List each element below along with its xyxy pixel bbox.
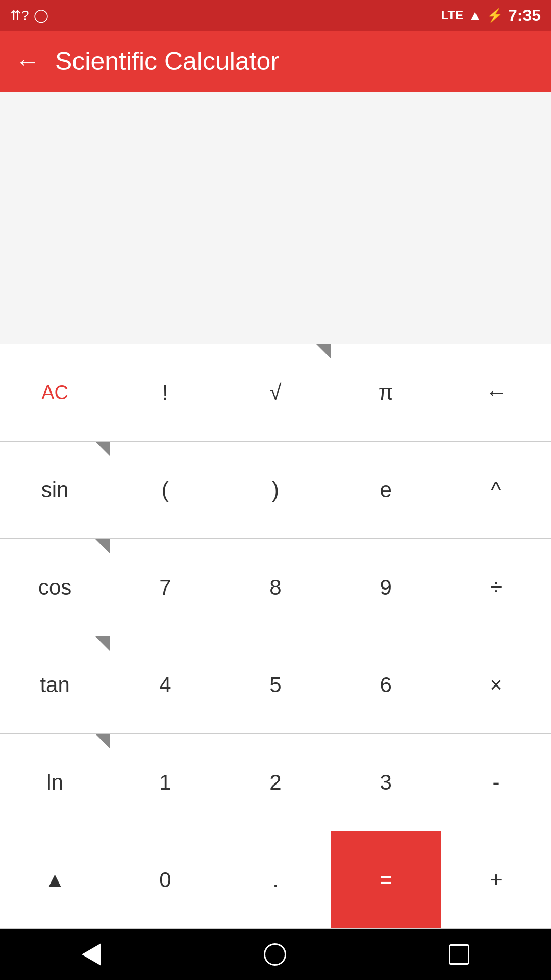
status-time: 7:35	[508, 6, 541, 25]
nav-bar	[0, 929, 551, 980]
key-8[interactable]: 8	[220, 539, 331, 636]
key-ln[interactable]: ln	[0, 734, 110, 831]
display-area	[0, 92, 551, 344]
key-ac[interactable]: AC	[0, 344, 110, 441]
keyboard-row-0: AC!√π←	[0, 344, 551, 442]
key-sqrt[interactable]: √	[220, 344, 331, 441]
key-cos[interactable]: cos	[0, 539, 110, 636]
nav-home-button[interactable]	[264, 943, 286, 966]
keyboard-row-1: sin()e^	[0, 442, 551, 539]
key-0[interactable]: 0	[110, 831, 220, 928]
key-euler[interactable]: e	[331, 442, 441, 538]
key-power[interactable]: ^	[441, 442, 551, 538]
keyboard-row-4: ln123-	[0, 734, 551, 831]
keyboard-row-5: ▲0.=+	[0, 831, 551, 929]
app-bar: ← Scientific Calculator	[0, 31, 551, 92]
key-7[interactable]: 7	[110, 539, 220, 636]
key-multiply[interactable]: ×	[441, 636, 551, 733]
key-1[interactable]: 1	[110, 734, 220, 831]
key-sin[interactable]: sin	[0, 442, 110, 538]
nav-recent-square-icon	[449, 944, 469, 965]
nav-home-circle-icon	[264, 943, 286, 966]
nav-back-button[interactable]	[82, 943, 101, 966]
status-left: ⇈? ◯	[10, 8, 48, 23]
key-factorial[interactable]: !	[110, 344, 220, 441]
key-shift[interactable]: ▲	[0, 831, 110, 928]
keyboard-row-3: tan456×	[0, 636, 551, 734]
key-backspace[interactable]: ←	[441, 344, 551, 441]
battery-icon: ⚡	[487, 8, 503, 23]
key-3[interactable]: 3	[331, 734, 441, 831]
key-2[interactable]: 2	[220, 734, 331, 831]
keyboard-row-2: cos789÷	[0, 539, 551, 636]
key-add[interactable]: +	[441, 831, 551, 928]
key-9[interactable]: 9	[331, 539, 441, 636]
status-bar: ⇈? ◯ LTE ▲ ⚡ 7:35	[0, 0, 551, 31]
display-value	[520, 92, 551, 112]
status-right: LTE ▲ ⚡ 7:35	[441, 6, 541, 25]
key-equals[interactable]: =	[331, 831, 441, 928]
back-button[interactable]: ←	[15, 47, 40, 76]
key-open-paren[interactable]: (	[110, 442, 220, 538]
keyboard: AC!√π←sin()e^cos789÷tan456×ln123-▲0.=+	[0, 344, 551, 929]
key-decimal[interactable]: .	[220, 831, 331, 928]
key-subtract[interactable]: -	[441, 734, 551, 831]
key-tan[interactable]: tan	[0, 636, 110, 733]
key-4[interactable]: 4	[110, 636, 220, 733]
record-icon: ◯	[34, 8, 48, 23]
app-title: Scientific Calculator	[55, 46, 279, 76]
signal-icon: ▲	[468, 8, 482, 23]
nav-recent-button[interactable]	[449, 944, 469, 965]
key-pi[interactable]: π	[331, 344, 441, 441]
key-6[interactable]: 6	[331, 636, 441, 733]
key-divide[interactable]: ÷	[441, 539, 551, 636]
key-close-paren[interactable]: )	[220, 442, 331, 538]
nav-back-triangle-icon	[82, 943, 101, 966]
lte-label: LTE	[441, 8, 464, 22]
key-5[interactable]: 5	[220, 636, 331, 733]
wifi-icon: ⇈?	[10, 8, 29, 23]
